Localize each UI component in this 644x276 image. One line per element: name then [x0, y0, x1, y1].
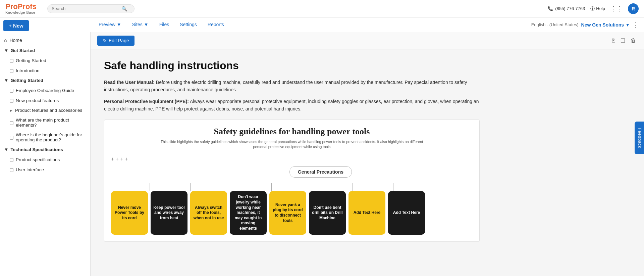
edit-bar: ✎ Edit Page ⎘ ❐ 🗑: [91, 32, 644, 49]
sidebar-item-product-features[interactable]: ► Product features and accessories: [0, 105, 90, 115]
main-layout: ⌂ Home ▼ Get Started ▢ Getting Started ▢…: [0, 32, 644, 276]
card-6: Don't use bent drill bits on Drill Machi…: [309, 191, 346, 234]
sidebar-section-get-started[interactable]: ▼ Get Started: [0, 46, 90, 55]
chevron-down-icon: ▼: [4, 48, 8, 53]
sidebar-item-main-elements[interactable]: ▢ What are the main product elements?: [0, 115, 90, 130]
slide-controls: + + + +: [111, 156, 473, 162]
card-8: Add Text Here: [388, 191, 425, 234]
paragraph-2: Personal Protective Equipment (PPE): Alw…: [104, 98, 480, 113]
phone-number: 📞 (855) 776-7763: [548, 6, 585, 11]
copy-icon[interactable]: ⎘: [610, 36, 616, 45]
nav-items: Preview ▼ Sites ▼ Files Settings Reports: [94, 17, 229, 32]
plus-icon: + + + +: [111, 156, 128, 162]
search-icon: 🔍: [121, 6, 127, 11]
site-name[interactable]: New Gen Solutions ▼: [581, 22, 630, 28]
card-2: Keep power tool and wires away from heat: [151, 191, 187, 234]
logo-sub: Knowledge Base: [5, 10, 36, 14]
nav-preview[interactable]: Preview ▼: [94, 17, 126, 32]
page-icon: ▢: [9, 120, 14, 125]
sidebar-item-home[interactable]: ⌂ Home: [0, 35, 90, 46]
card-7: Add Text Here: [348, 191, 385, 234]
main-content: ✎ Edit Page ⎘ ❐ 🗑 Safe handling instruct…: [91, 32, 644, 276]
nav-right: 📞 (855) 776-7763 ⓘ Help ⋮⋮ R: [548, 3, 639, 14]
page-icon: ▢: [9, 68, 14, 73]
logo: ProProfs Knowledge Base: [5, 3, 37, 14]
paragraph-1: Read the User Manual: Before using the e…: [104, 79, 480, 94]
expand-icon[interactable]: ❐: [619, 36, 627, 45]
chevron-down-icon: ▼: [625, 22, 630, 28]
chevron-down-icon: ▼: [144, 22, 149, 27]
precautions-label: General Precautions: [289, 166, 352, 178]
logo-brand: ProProfs: [5, 3, 37, 10]
language-label: English - (United States): [531, 22, 579, 27]
chevron-down-icon: ▼: [117, 22, 121, 27]
page-icon: ▢: [9, 135, 14, 140]
sidebar-item-introduction[interactable]: ▢ Introduction: [0, 65, 90, 76]
sidebar-item-user-interface[interactable]: ▢ User interface: [0, 165, 90, 175]
page-icon: ▢: [9, 157, 14, 162]
pencil-icon: ✎: [103, 38, 107, 43]
page-icon: ▢: [9, 98, 14, 103]
sidebar-section-tech-specs[interactable]: ▼ Technical Specifications: [0, 145, 90, 154]
search-input[interactable]: [52, 6, 119, 11]
nav-sites[interactable]: Sites ▼: [127, 17, 153, 32]
card-1: Never move Power Tools by its cord: [111, 191, 148, 234]
slide-subtitle: This slide highlights the safety guideli…: [158, 139, 426, 150]
delete-icon[interactable]: 🗑: [629, 36, 637, 45]
edit-bar-actions: ⎘ ❐ 🗑: [610, 36, 637, 45]
nav-reports[interactable]: Reports: [203, 17, 229, 32]
grid-icon[interactable]: ⋮⋮: [610, 5, 623, 12]
content-area: Safe handling instructions Read the User…: [91, 49, 493, 259]
sidebar: ⌂ Home ▼ Get Started ▢ Getting Started ▢…: [0, 32, 91, 276]
page-icon: ▢: [9, 88, 14, 93]
phone-icon: 📞: [548, 6, 553, 11]
edit-page-button[interactable]: ✎ Edit Page: [97, 36, 135, 46]
chevron-right-icon: ►: [9, 108, 13, 112]
feedback-tab[interactable]: Feedback: [635, 122, 644, 154]
nav-right-section: English - (United States) New Gen Soluti…: [531, 21, 644, 29]
chevron-down-icon: ▼: [4, 147, 8, 152]
help-button[interactable]: ⓘ Help: [590, 6, 605, 12]
slide-title: Safety guidelines for handling power too…: [111, 127, 473, 137]
card-3: Always switch off the tools, when not in…: [190, 191, 227, 234]
page-icon: ▢: [9, 58, 14, 63]
sidebar-item-beginners-guide[interactable]: ▢ Where is the beginner's guide for oper…: [0, 130, 90, 145]
card-4: Don't wear jewelry while working near ma…: [230, 191, 267, 234]
avatar[interactable]: R: [628, 3, 639, 14]
page-title: Safe handling instructions: [104, 59, 480, 72]
home-icon: ⌂: [4, 38, 7, 43]
sidebar-item-new-product-features[interactable]: ▢ New product features: [0, 95, 90, 105]
page-icon: ▢: [9, 167, 14, 172]
more-options-icon[interactable]: ⋮: [633, 21, 639, 29]
nav-files[interactable]: Files: [155, 17, 174, 32]
sidebar-item-product-specs[interactable]: ▢ Product specifications: [0, 154, 90, 165]
card-5: Never yank a plug by its cord to disconn…: [269, 191, 306, 234]
sidebar-item-getting-started-1[interactable]: ▢ Getting Started: [0, 55, 90, 65]
cards-row: Never move Power Tools by its cord Keep …: [111, 191, 473, 234]
nav-settings[interactable]: Settings: [175, 17, 202, 32]
slide-embed: Safety guidelines for handling power too…: [104, 120, 480, 242]
sidebar-item-onboarding[interactable]: ▢ Employee Onboarding Guide: [0, 85, 90, 95]
new-button[interactable]: + New: [3, 20, 29, 31]
help-icon: ⓘ: [590, 6, 595, 12]
chevron-down-icon: ▼: [4, 78, 8, 83]
top-navigation: ProProfs Knowledge Base 🔍 📞 (855) 776-77…: [0, 0, 644, 17]
search-bar[interactable]: 🔍: [47, 4, 135, 13]
second-navigation: Preview ▼ Sites ▼ Files Settings Reports…: [0, 17, 644, 32]
sidebar-section-getting-started[interactable]: ▼ Getting Started: [0, 76, 90, 85]
